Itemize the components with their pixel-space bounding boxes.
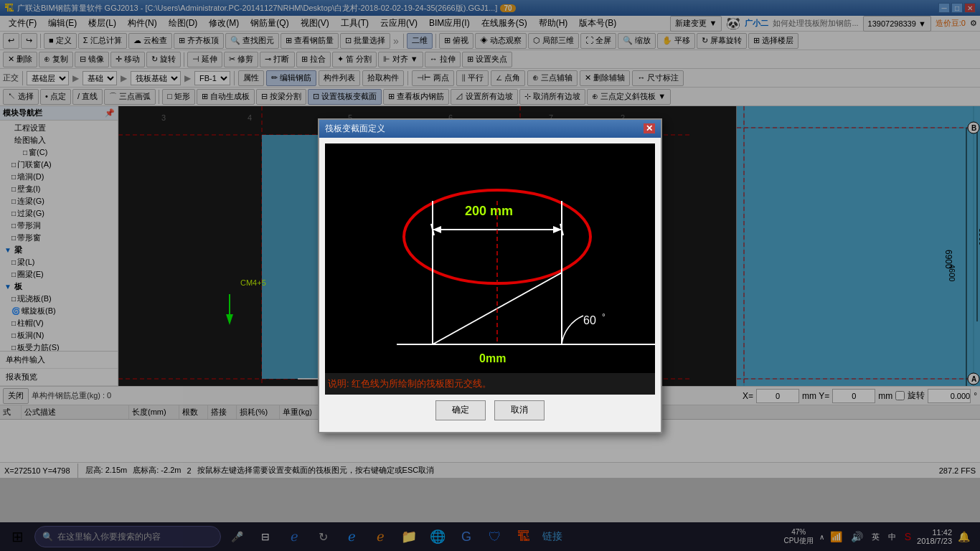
modal-cancel-btn[interactable]: 取消 bbox=[494, 400, 545, 420]
modal-close-btn[interactable]: ✕ bbox=[644, 123, 655, 133]
modal-drawing: 200 mm bbox=[325, 143, 655, 373]
modal-note: 说明: 红色线为所绘制的筏板图元交线。 bbox=[325, 373, 655, 395]
svg-text:0mm: 0mm bbox=[479, 352, 506, 364]
modal-titlebar: 筏板变截面定义 ✕ bbox=[319, 120, 661, 138]
modal-cad: 200 mm bbox=[325, 143, 655, 373]
modal-dialog: 筏板变截面定义 ✕ 200 mm bbox=[318, 118, 662, 433]
modal-title: 筏板变截面定义 bbox=[325, 123, 385, 135]
svg-text:°: ° bbox=[602, 312, 606, 322]
svg-text:60: 60 bbox=[583, 314, 596, 326]
modal-note-text: 说明: 红色线为所绘制的筏板图元交线。 bbox=[328, 378, 491, 389]
modal-ok-btn[interactable]: 确定 bbox=[435, 400, 486, 420]
svg-text:200 mm: 200 mm bbox=[465, 204, 513, 218]
svg-rect-45 bbox=[325, 143, 655, 373]
modal-overlay: 筏板变截面定义 ✕ 200 mm bbox=[0, 0, 980, 551]
modal-content: 200 mm bbox=[319, 138, 661, 432]
modal-buttons: 确定 取消 bbox=[325, 395, 655, 426]
